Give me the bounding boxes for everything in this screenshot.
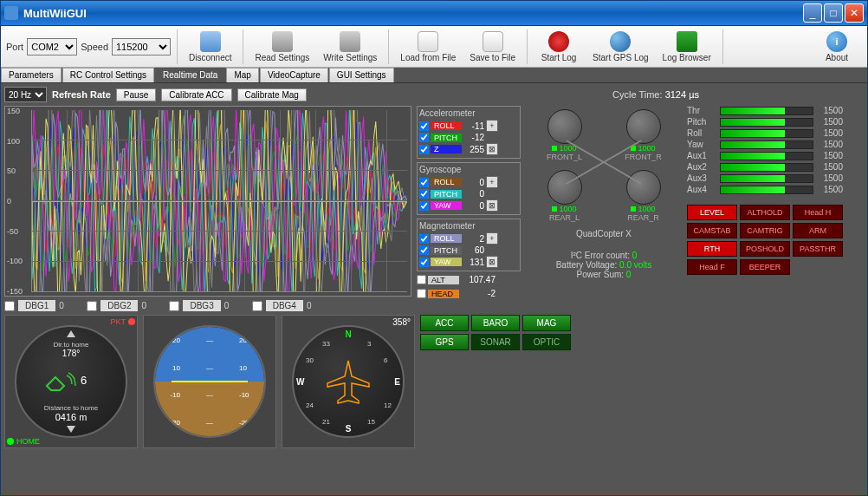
minimize-button[interactable]: _	[803, 3, 822, 23]
mode-camtrig-button[interactable]: CAMTRIG	[740, 223, 790, 238]
motor-front_r-disc	[626, 109, 661, 144]
zoom-in-button[interactable]: +	[486, 176, 498, 188]
channel-aux3-value: 1500	[817, 173, 843, 183]
dbg2-checkbox[interactable]	[87, 301, 97, 311]
sensor-roll-value: -11	[463, 121, 484, 131]
compass-tick: 6	[384, 356, 387, 364]
port-label: Port	[6, 42, 23, 52]
mode-headh-button[interactable]: Head H	[793, 205, 843, 220]
sensor-yaw-checkbox[interactable]	[419, 201, 429, 211]
zoom-reset-button[interactable]: ⊠	[486, 256, 498, 268]
refresh-rate-select[interactable]: 20 Hz	[4, 87, 47, 102]
speed-label: Speed	[81, 42, 108, 52]
zoom-reset-button[interactable]: ⊠	[486, 199, 498, 212]
mode-arm-button[interactable]: ARM	[793, 223, 843, 238]
channel-thr-bar	[720, 107, 813, 115]
tab-gui-settings[interactable]: GUI Settings	[329, 68, 394, 82]
sensor-pitch-checkbox[interactable]	[419, 245, 429, 255]
sensor-alt-label: ALT	[428, 276, 459, 284]
channel-roll-label: Roll	[687, 128, 716, 138]
sensor-mag-button[interactable]: MAG	[522, 315, 571, 331]
tab-rc-control-settings[interactable]: RC Control Settings	[62, 68, 154, 82]
maximize-button[interactable]: □	[824, 3, 843, 23]
zoom-reset-button[interactable]: ⊠	[486, 143, 498, 155]
mode-level-button[interactable]: LEVEL	[687, 205, 737, 220]
channel-pitch-label: Pitch	[687, 117, 716, 127]
mode-rth-button[interactable]: RTH	[687, 241, 737, 257]
sensor-pitch-checkbox[interactable]	[419, 189, 429, 199]
start-log-button[interactable]: Start Log	[534, 29, 584, 64]
dbg3-checkbox[interactable]	[169, 301, 179, 311]
tab-parameters[interactable]: Parameters	[1, 68, 62, 82]
save-file-button[interactable]: Save to File	[464, 29, 521, 64]
write-settings-button[interactable]: Write Settings	[318, 29, 382, 64]
dbg3-label: DBG3	[183, 300, 220, 311]
tab-realtime-data[interactable]: Realtime Data	[155, 68, 225, 82]
sensor-roll-checkbox[interactable]	[419, 234, 429, 244]
about-button[interactable]: iAbout	[812, 29, 862, 64]
compass-east: E	[394, 377, 400, 387]
zoom-in-button[interactable]: +	[486, 232, 498, 245]
channel-pitch-value: 1500	[817, 117, 843, 127]
compass-south: S	[346, 424, 352, 434]
calibrate-acc-button[interactable]: Calibrate ACC	[161, 88, 231, 101]
mode-poshold-button[interactable]: POSHOLD	[740, 241, 790, 257]
calibrate-mag-button[interactable]: Calibrate Mag	[237, 88, 307, 101]
channel-aux4-value: 1500	[817, 185, 843, 194]
horizon-tick: 10—10	[172, 364, 247, 372]
tab-map[interactable]: Map	[226, 68, 258, 82]
sensor-acc-button[interactable]: ACC	[420, 315, 469, 331]
pause-button[interactable]: Pause	[116, 88, 156, 101]
sensor-roll-checkbox[interactable]	[419, 178, 429, 187]
tabs: ParametersRC Control SettingsRealtime Da…	[1, 68, 867, 83]
sensor-roll-checkbox[interactable]	[419, 121, 429, 131]
log-browser-button[interactable]: Log Browser	[657, 29, 716, 64]
channel-aux3-bar	[720, 174, 813, 183]
sensor-baro-button[interactable]: BARO	[471, 315, 520, 331]
mode-althold-button[interactable]: ALTHOLD	[740, 205, 790, 220]
motor-rear_l-disc	[547, 170, 582, 205]
gps-dist-value: 0416 m	[16, 412, 126, 422]
speed-select[interactable]: 115200	[112, 38, 171, 55]
mode-camstab-button[interactable]: CAMSTAB	[687, 223, 737, 238]
sensor-pitch-checkbox[interactable]	[419, 133, 429, 142]
gear-write-icon	[340, 31, 360, 52]
dbg1-checkbox[interactable]	[4, 301, 15, 311]
sensor-yaw-value: 0	[463, 201, 484, 211]
file-open-icon	[418, 31, 438, 52]
info-icon: i	[826, 31, 847, 52]
compass-tick: 24	[306, 401, 314, 409]
sensor-yaw-checkbox[interactable]	[419, 258, 429, 267]
sensor-sonar-button[interactable]: SONAR	[471, 334, 520, 350]
gear-icon	[272, 31, 293, 52]
dbg2-label: DBG2	[100, 300, 138, 311]
sensor-alt-checkbox[interactable]	[417, 275, 426, 284]
motor-rear_r-value: 1000	[631, 205, 655, 213]
sensor-z-checkbox[interactable]	[419, 145, 429, 154]
sensor-pitch-value: -12	[463, 133, 484, 142]
load-file-button[interactable]: Load from File	[395, 29, 461, 64]
home-indicator: HOME	[7, 437, 40, 446]
mode-passthr-button[interactable]: PASSTHR	[793, 241, 843, 257]
sensor-yaw-label: YAW	[431, 258, 462, 266]
motor-rear_r-label: REAR_R	[627, 213, 659, 222]
close-button[interactable]: ✕	[845, 3, 864, 23]
mode-beeper-button[interactable]: BEEPER	[740, 259, 790, 275]
port-select[interactable]: COM2	[27, 38, 77, 55]
mode-headf-button[interactable]: Head F	[687, 259, 737, 275]
read-settings-button[interactable]: Read Settings	[249, 29, 314, 64]
sensor-gps-button[interactable]: GPS	[420, 334, 469, 350]
start-gps-log-button[interactable]: Start GPS Log	[587, 29, 653, 64]
dbg4-checkbox[interactable]	[252, 301, 262, 311]
disconnect-button[interactable]: Disconnect	[184, 29, 236, 64]
tab-videocapture[interactable]: VideoCapture	[260, 68, 328, 82]
sensor-head-checkbox[interactable]	[417, 289, 426, 298]
compass-tick: 3	[367, 340, 371, 348]
zoom-in-button[interactable]: +	[486, 120, 498, 132]
dbg4-label: DBG4	[266, 300, 303, 311]
sensor-optic-button[interactable]: OPTIC	[522, 334, 571, 350]
dbg4-value: 0	[307, 301, 324, 310]
channel-aux2-value: 1500	[817, 162, 843, 172]
accelerometer-title: Accelerometer	[419, 108, 518, 118]
sensor-pitch-label: PITCH	[431, 246, 462, 255]
